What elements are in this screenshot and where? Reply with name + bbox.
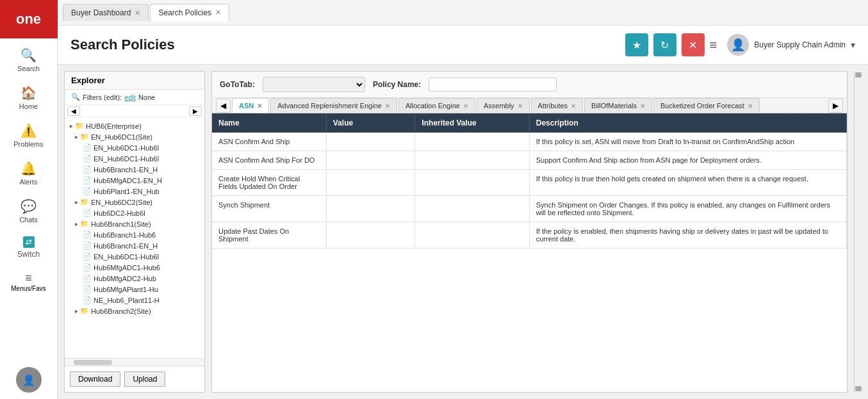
list-item[interactable]: 📄 Hub6MfgADC2-Hub (65, 273, 204, 284)
file-icon: 📄 (83, 187, 92, 195)
policy-tab-bucketized-order-forecast[interactable]: Bucketized Order Forecast ✕ (653, 98, 760, 113)
tree-toggle-icon: ▸ (75, 199, 78, 206)
tree-node-label: HUB6(Enterprise) (86, 122, 142, 130)
policy-tab-close-attr[interactable]: ✕ (571, 102, 576, 110)
sidebar-item-alerts[interactable]: 🔔 Alerts (0, 154, 57, 192)
list-item[interactable]: 📄 EN_Hub6DC1-Hub6l (65, 153, 204, 164)
col-header-description: Description (529, 113, 846, 133)
explorer-hscrollbar[interactable] (65, 358, 204, 366)
sidebar-item-problems[interactable]: ⚠️ Problems (0, 117, 57, 154)
file-icon: 📄 (83, 231, 92, 239)
tree-scroll-left[interactable]: ◀ (67, 106, 80, 116)
sidebar-item-label: Alerts (19, 178, 37, 186)
list-item[interactable]: 📄 Hub6Plant1-EN_Hub (65, 186, 204, 197)
cell-name: Update Past Dates On Shipment (212, 222, 326, 248)
filter-edit-link[interactable]: edit (124, 94, 136, 101)
cell-inherited (415, 151, 529, 170)
cell-name: Synch Shipment (212, 196, 326, 222)
app-logo[interactable]: one (0, 0, 58, 38)
sidebar-item-home[interactable]: 🏠 Home (0, 79, 57, 117)
policy-tab-scroll: ASN ✕ Advanced Replenishment Engine ✕ Al… (232, 98, 827, 113)
policy-tab-asn[interactable]: ASN ✕ (232, 98, 269, 113)
list-item[interactable]: ▸ 📁 Hub6Branch2(Site) (65, 305, 204, 316)
tab-buyer-dashboard[interactable]: Buyer Dashboard ✕ (63, 4, 149, 21)
user-chevron-icon[interactable]: ▾ (851, 40, 855, 50)
tab-scroll-left[interactable]: ◀ (216, 99, 231, 113)
list-item[interactable]: 📄 Hub6MfgADC1-Hub6 (65, 262, 204, 273)
tab-label: Search Policies (158, 8, 211, 17)
tab-close-buyer-dashboard[interactable]: ✕ (135, 9, 140, 17)
policy-name-input[interactable] (429, 77, 557, 92)
search-icon: 🔍 (20, 47, 37, 63)
tree-node-label: Hub6Plant1-EN_Hub (94, 188, 160, 195)
list-item[interactable]: ▸ 📁 EN_Hub6DC2(Site) (65, 197, 204, 208)
list-item[interactable]: ▸ 📁 HUB6(Enterprise) (65, 120, 204, 131)
list-item[interactable]: 📄 Hub6Branch1-Hub6 (65, 229, 204, 240)
sidebar-item-switch[interactable]: Switch (0, 230, 57, 265)
user-avatar-sidebar[interactable]: 👤 (16, 367, 42, 393)
close-page-button[interactable]: ✕ (682, 33, 705, 56)
scrollbar-down-arrow[interactable] (855, 386, 862, 391)
bell-icon: 🔔 (20, 161, 37, 176)
cell-value (326, 170, 415, 196)
policy-tab-close-bom[interactable]: ✕ (640, 102, 645, 110)
list-item[interactable]: 📄 NE_Hub6_Plant11-H (65, 295, 204, 305)
tab-scroll-right[interactable]: ▶ (828, 99, 843, 113)
tree-node-label: Hub6MfgAPlant1-Hu (94, 286, 158, 293)
tab-close-search-policies[interactable]: ✕ (215, 8, 221, 17)
upload-button[interactable]: Upload (124, 371, 165, 387)
tree-node-label: Hub6MfgADC1-Hub6 (94, 264, 160, 272)
vertical-scrollbar[interactable] (854, 71, 862, 393)
sidebar-item-search[interactable]: 🔍 Search (0, 41, 57, 79)
folder-icon: 📁 (80, 220, 89, 228)
list-item[interactable]: 📄 Hub6Branch1-EN_H (65, 164, 204, 175)
file-icon: 📄 (83, 285, 92, 293)
policy-tab-close-ae[interactable]: ✕ (463, 102, 468, 110)
tree-scroll-right[interactable]: ▶ (189, 106, 202, 116)
tree-toggle-icon: ▸ (75, 220, 78, 227)
page-header: Search Policies ★ ↻ ✕ ≡ 👤 Buyer Supply C… (58, 26, 868, 65)
list-item[interactable]: 📄 EN_Hub6DC1-Hub6l (65, 251, 204, 262)
policy-tab-attributes[interactable]: Attributes ✕ (531, 98, 583, 113)
table-row: ASN Confirm And Ship For DO Support Conf… (212, 151, 847, 170)
sidebar-item-label: Home (19, 102, 38, 110)
tree-node-label: EN_Hub6DC1-Hub6l (94, 144, 159, 152)
menu-button[interactable]: ≡ (710, 38, 717, 53)
scrollbar-up-arrow[interactable] (855, 72, 862, 77)
list-item[interactable]: 📄 EN_Hub6DC1-Hub6l (65, 142, 204, 153)
tab-label: ASN (239, 102, 254, 110)
tab-label: Attributes (538, 102, 568, 110)
list-item[interactable]: 📄 Hub6DC2-Hub6l (65, 208, 204, 218)
tree-node-label: Hub6Branch1-Hub6 (94, 231, 156, 239)
policy-tab-close-bof[interactable]: ✕ (748, 102, 753, 110)
cell-description: Support Confirm And Ship action from ASN… (529, 151, 846, 170)
sidebar-item-chats[interactable]: 💬 Chats (0, 192, 57, 230)
download-button[interactable]: Download (70, 371, 120, 387)
list-item[interactable]: ▸ 📁 Hub6Branch1(Site) (65, 218, 204, 229)
policy-tab-advanced-replenishment[interactable]: Advanced Replenishment Engine ✕ (270, 98, 397, 113)
tree-node-label: EN_Hub6DC2(Site) (91, 199, 152, 206)
list-item[interactable]: 📄 Hub6MfgADC1-EN_H (65, 175, 204, 186)
col-header-inherited: Inherited Value (415, 113, 529, 133)
goto-tab-select[interactable] (263, 77, 365, 92)
tree-toggle-icon: ▸ (75, 133, 78, 140)
policy-tab-assembly[interactable]: Assembly ✕ (477, 98, 530, 113)
policy-tab-bill-of-materials[interactable]: BillOfMaterials ✕ (584, 98, 652, 113)
policy-tab-close-assembly[interactable]: ✕ (518, 102, 523, 110)
policy-tab-close-asn[interactable]: ✕ (257, 102, 262, 110)
list-item[interactable]: 📄 Hub6MfgAPlant1-Hu (65, 284, 204, 295)
favorite-button[interactable]: ★ (625, 33, 648, 56)
tab-label: Bucketized Order Forecast (660, 102, 744, 110)
cell-description: If this policy is set, ASN will move fro… (529, 133, 846, 151)
sidebar-item-menus[interactable]: ≡ Menus/Favs (0, 265, 57, 298)
list-item[interactable]: 📄 Hub6Branch1-EN_H (65, 240, 204, 251)
refresh-button[interactable]: ↻ (653, 33, 676, 56)
tree-scroll-controls: ◀ ▶ (65, 105, 204, 118)
policy-tab-allocation-engine[interactable]: Allocation Engine ✕ (398, 98, 475, 113)
user-avatar: 👤 (727, 34, 749, 56)
tab-search-policies[interactable]: Search Policies ✕ (150, 4, 229, 22)
policy-tab-close-are[interactable]: ✕ (385, 102, 390, 110)
tree-node-label: Hub6Branch1(Site) (91, 220, 151, 228)
list-item[interactable]: ▸ 📁 EN_Hub6DC1(Site) (65, 131, 204, 142)
tree-toggle-icon: ▸ (70, 122, 73, 129)
